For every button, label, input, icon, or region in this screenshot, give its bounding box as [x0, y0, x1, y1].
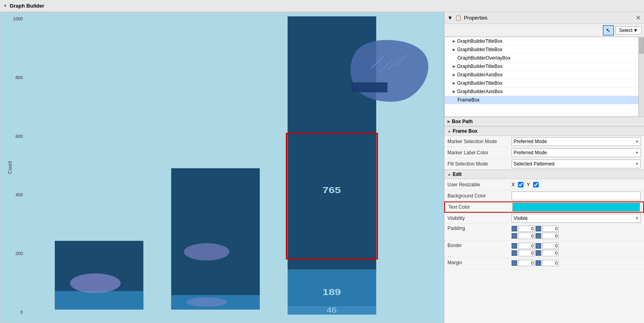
bar-1-bottom[interactable] — [55, 291, 143, 309]
margin-left-arrow[interactable]: ← — [512, 260, 517, 266]
visibility-dropdown-arrow: ▼ — [635, 216, 639, 220]
tree-list[interactable]: ▶ GraphBuilderTitleBox ▶ GraphBuilderTit… — [444, 37, 644, 117]
tree-item-8[interactable]: FrameBox — [445, 96, 644, 104]
title-triangle: ▼ — [3, 4, 7, 8]
padding-top-arrow[interactable]: ↑ — [536, 226, 541, 231]
blob-2 — [184, 243, 229, 260]
margin-top-arrow[interactable]: ↑ — [536, 260, 541, 266]
tree-arrow-5: ▶ — [453, 73, 455, 77]
tree-arrow-6: ▶ — [453, 81, 455, 85]
cursor-tool-button[interactable]: ↖ — [603, 25, 614, 36]
marker-label-color-dropdown[interactable]: Preferred Mode ▼ — [512, 148, 641, 157]
select-button[interactable]: Select ▼ — [616, 26, 642, 34]
marker-selection-mode-text: Preferred Mode — [514, 139, 547, 144]
padding-left-arrow[interactable]: ← — [512, 226, 517, 231]
tree-label-3: GraphBuilderOverlayBox — [457, 55, 511, 61]
fill-selection-mode-value[interactable]: Selected Patterned ▼ — [512, 160, 641, 168]
title-bar: ▼ Graph Builder — [0, 0, 644, 12]
tree-label-6: GraphBuilderTitleBox — [457, 80, 503, 86]
border-right-input[interactable] — [518, 250, 535, 256]
tree-item-4[interactable]: ▶ GraphBuilderTitleBox — [445, 62, 644, 71]
user-resizable-value: X Y — [512, 182, 641, 187]
tree-item-2[interactable]: ▶ GraphBuilderTitleBox — [445, 46, 644, 54]
text-color-value[interactable] — [512, 203, 640, 211]
graph-area[interactable]: Count 1000 800 600 400 200 0 — [0, 12, 444, 323]
padding-left-input[interactable] — [518, 225, 535, 232]
tree-scrollbar[interactable] — [638, 37, 644, 117]
props-scroll-area[interactable]: ▶ Box Path ▲ Frame Box Marker Selection … — [444, 117, 644, 323]
border-top-arrow[interactable]: ↑ — [536, 243, 541, 249]
text-color-swatch[interactable] — [512, 203, 640, 211]
padding-bottom-arrow[interactable]: ↓ — [536, 233, 541, 239]
y-label-800: 800 — [16, 75, 23, 80]
visibility-row: Visibility Visible ▼ — [444, 213, 644, 224]
margin-left-input[interactable] — [518, 260, 535, 266]
app-title: Graph Builder — [10, 3, 44, 9]
marker-label-color-label: Marker Label Color — [447, 150, 512, 156]
marker-label-color-value[interactable]: Preferred Mode ▼ — [512, 148, 641, 157]
tree-item-5[interactable]: ▶ GraphBuilderAxisBox — [445, 71, 644, 79]
border-bottom-input[interactable] — [542, 250, 559, 256]
tree-item-7[interactable]: ▶ GraphBuilderAxisBox — [445, 88, 644, 96]
bar-3-label-46: 46 — [327, 306, 337, 314]
select-label: Select — [619, 28, 632, 33]
props-icon: 📋 — [455, 15, 461, 21]
tree-label-1: GraphBuilderTitleBox — [457, 38, 503, 44]
margin-value: ← ↑ — [512, 260, 641, 266]
marker-selection-mode-dropdown[interactable]: Preferred Mode ▼ — [512, 137, 641, 146]
properties-panel: ▼ 📋 Properties ✕ ↖ Select ▼ — [444, 12, 644, 323]
margin-top-input[interactable] — [542, 260, 559, 266]
props-title-text: Properties — [464, 15, 488, 21]
bar-2-top[interactable] — [171, 168, 260, 309]
marker-selection-mode-value[interactable]: Preferred Mode ▼ — [512, 137, 641, 146]
y-label-0: 0 — [20, 310, 23, 315]
main-content: Count 1000 800 600 400 200 0 — [0, 12, 644, 323]
background-color-value[interactable] — [512, 191, 641, 200]
props-title-bar: ▼ 📋 Properties ✕ — [444, 12, 644, 24]
x-checkbox[interactable] — [518, 182, 524, 187]
tree-item-6[interactable]: ▶ GraphBuilderTitleBox — [445, 79, 644, 88]
y-axis: 1000 800 600 400 200 0 — [0, 12, 24, 323]
tree-item-3[interactable]: GraphBuilderOverlayBox — [445, 54, 644, 62]
y-label-200: 200 — [16, 251, 23, 256]
box-path-section-header[interactable]: ▶ Box Path — [444, 117, 644, 126]
padding-top-input[interactable] — [542, 225, 559, 232]
box-path-label: Box Path — [452, 119, 473, 124]
frame-box-section-header[interactable]: ▲ Frame Box — [444, 126, 644, 136]
edit-section-header[interactable]: ▲ Edit — [444, 169, 644, 179]
y-checkbox[interactable] — [533, 182, 539, 187]
close-button[interactable]: ✕ — [636, 14, 641, 22]
visibility-value[interactable]: Visible ▼ — [512, 214, 641, 223]
checkbox-group: X Y — [512, 182, 539, 187]
visibility-dropdown[interactable]: Visible ▼ — [512, 214, 641, 223]
border-bottom-arrow[interactable]: ↓ — [536, 250, 541, 256]
blob-1 — [70, 273, 120, 293]
margin-label: Margin — [447, 260, 512, 265]
padding-right-arrow[interactable]: → — [512, 233, 517, 239]
y-label: Y — [527, 182, 530, 187]
padding-value: ← ↑ → ↓ — [512, 225, 641, 239]
padding-bottom-input[interactable] — [542, 233, 559, 239]
tree-item-1[interactable]: ▶ GraphBuilderTitleBox — [445, 37, 644, 46]
border-top-input[interactable] — [542, 243, 559, 249]
border-label: Border — [447, 243, 512, 248]
edit-label: Edit — [453, 171, 462, 177]
marker-selection-mode-row: Marker Selection Mode Preferred Mode ▼ — [444, 136, 644, 147]
border-right-arrow[interactable]: → — [512, 250, 517, 256]
dropdown-icon: ▼ — [447, 15, 453, 21]
tree-scrollbar-thumb[interactable] — [639, 38, 644, 54]
tree-label-8: FrameBox — [457, 97, 479, 103]
background-color-row: Background Color — [444, 190, 644, 201]
border-left-arrow[interactable]: ← — [512, 243, 517, 249]
tree-label-2: GraphBuilderTitleBox — [457, 47, 503, 52]
tree-arrow-1: ▶ — [453, 39, 455, 43]
border-value: ← ↑ → ↓ — [512, 243, 641, 256]
padding-right-input[interactable] — [518, 233, 535, 239]
x-label: X — [512, 182, 515, 187]
fill-selection-mode-dropdown[interactable]: Selected Patterned ▼ — [512, 160, 641, 168]
fill-selection-mode-text: Selected Patterned — [514, 161, 554, 167]
background-color-swatch[interactable] — [512, 191, 641, 200]
user-resizable-row: User Resizable X Y — [444, 179, 644, 190]
border-left-input[interactable] — [518, 243, 535, 249]
border-row: Border ← ↑ → ↓ — [444, 241, 644, 258]
